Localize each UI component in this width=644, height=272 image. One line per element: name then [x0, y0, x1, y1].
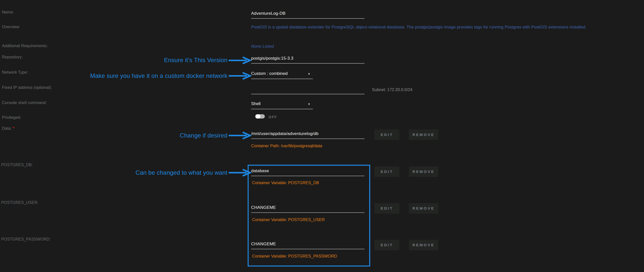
- postgres-password-input[interactable]: CHANGEME: [251, 241, 364, 249]
- field-label-overview: Overview:: [2, 25, 20, 29]
- privileged-toggle[interactable]: [255, 114, 265, 118]
- field-label-postgres-password: POSTGRES_PASSWORD:: [1, 237, 50, 241]
- annotation-repository: Ensure it's This Version: [164, 57, 228, 64]
- annotation-data: Change if desired: [180, 132, 228, 139]
- postgres-db-input[interactable]: database: [251, 169, 364, 176]
- postgres-password-variable-hint: Container Variable: POSTGRES_PASSWORD: [252, 254, 337, 258]
- postgres-password-edit-button[interactable]: EDIT: [374, 240, 399, 250]
- field-label-name: Name:: [2, 10, 14, 15]
- data-edit-button[interactable]: EDIT: [374, 129, 399, 140]
- fixed-ip-input[interactable]: [251, 87, 364, 94]
- field-label-postgres-user: POSTGRES_USER:: [1, 200, 38, 205]
- additional-requirements-value: None Listed: [251, 44, 274, 49]
- postgres-password-input-value: CHANGEME: [251, 241, 276, 246]
- required-asterisk: *: [13, 126, 14, 130]
- annotation-postgres-db: Can be changed to what you want: [136, 169, 228, 176]
- field-label-data: Data:*: [2, 126, 14, 131]
- highlight-box: [248, 165, 370, 266]
- postgres-db-variable-hint: Container Variable: POSTGRES_DB: [252, 180, 319, 185]
- console-shell-selected-value: Shell: [251, 101, 260, 106]
- field-label-network-type: Network Type:: [2, 70, 28, 75]
- data-container-path-hint: Container Path: /var/lib/postgresql/data: [251, 144, 322, 148]
- dropdown-caret-icon: ▼: [308, 102, 310, 105]
- privileged-state-label: OFF: [268, 115, 277, 119]
- overview-description: PostGIS is a spatial database extender f…: [251, 25, 586, 30]
- annotation-arrow-postgres-db: [229, 169, 252, 176]
- postgres-db-edit-button[interactable]: EDIT: [374, 167, 399, 177]
- console-shell-select[interactable]: Shell ▼: [251, 101, 313, 109]
- name-input-value: AdventureLog-DB: [251, 11, 286, 16]
- postgres-user-input-value: CHANGEME: [251, 205, 276, 210]
- data-path-input-value: /mnt/user/appdata/adventurelog/db: [251, 131, 318, 136]
- postgres-db-remove-button[interactable]: REMOVE: [409, 167, 438, 177]
- annotation-arrow-repository: [229, 57, 252, 64]
- network-type-selected-value: Custom : combined: [251, 71, 288, 76]
- annotation-network: Make sure you have it on a custom docker…: [90, 72, 228, 79]
- toggle-knob-icon: [255, 114, 260, 118]
- postgres-user-remove-button[interactable]: REMOVE: [409, 203, 438, 214]
- data-remove-button[interactable]: REMOVE: [409, 129, 438, 140]
- postgres-user-input[interactable]: CHANGEME: [251, 205, 364, 213]
- annotation-arrow-network: [229, 72, 252, 80]
- name-input[interactable]: AdventureLog-DB: [251, 11, 364, 19]
- network-type-select[interactable]: Custom : combined ▼: [251, 71, 313, 79]
- data-label-text: Data:: [2, 126, 12, 130]
- repository-input-value: postgis/postgis:15-3.3: [251, 56, 294, 61]
- postgres-user-variable-hint: Container Variable: POSTGRES_USER: [252, 217, 324, 222]
- docker-template-form: { "fields": { "name": { "label": "Name:"…: [0, 0, 644, 272]
- field-label-repository: Repository:: [2, 55, 23, 59]
- dropdown-caret-icon: ▼: [308, 72, 310, 75]
- repository-input[interactable]: postgis/postgis:15-3.3: [251, 56, 364, 64]
- postgres-password-remove-button[interactable]: REMOVE: [409, 240, 438, 250]
- data-path-input[interactable]: /mnt/user/appdata/adventurelog/db: [251, 131, 364, 139]
- field-label-postgres-db: POSTGRES_DB:: [1, 163, 33, 167]
- postgres-db-input-value: database: [251, 169, 269, 173]
- postgres-user-edit-button[interactable]: EDIT: [374, 203, 399, 214]
- annotation-arrow-data: [229, 132, 252, 139]
- field-label-fixed-ip: Fixed IP address (optional):: [2, 85, 52, 90]
- subnet-note: Subnet: 172.20.0.0/24: [372, 87, 412, 92]
- field-label-privileged: Privileged:: [2, 115, 21, 120]
- field-label-additional-requirements: Additional Requirements:: [2, 44, 48, 48]
- field-label-console-shell: Console shell command:: [2, 101, 47, 105]
